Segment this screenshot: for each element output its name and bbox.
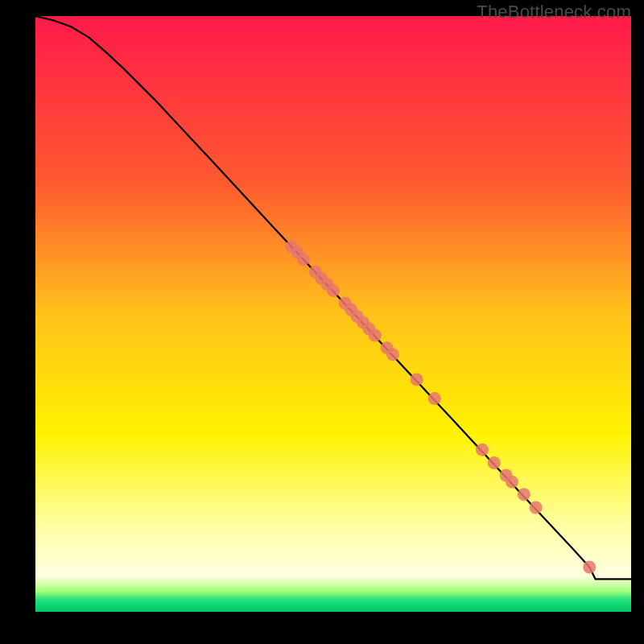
data-point: [411, 373, 423, 386]
data-point: [369, 329, 382, 342]
bottleneck-curve: [35, 16, 631, 579]
chart-overlay: [0, 0, 644, 644]
data-point: [518, 488, 530, 501]
data-point: [583, 561, 596, 574]
data-point: [506, 476, 518, 489]
data-point: [297, 253, 310, 266]
data-point: [476, 444, 489, 456]
data-point: [530, 502, 543, 514]
data-point: [428, 392, 441, 405]
data-point: [488, 456, 501, 469]
data-point: [327, 284, 340, 297]
chart-stage: TheBottleneck.com: [0, 0, 644, 644]
data-point: [386, 348, 399, 361]
